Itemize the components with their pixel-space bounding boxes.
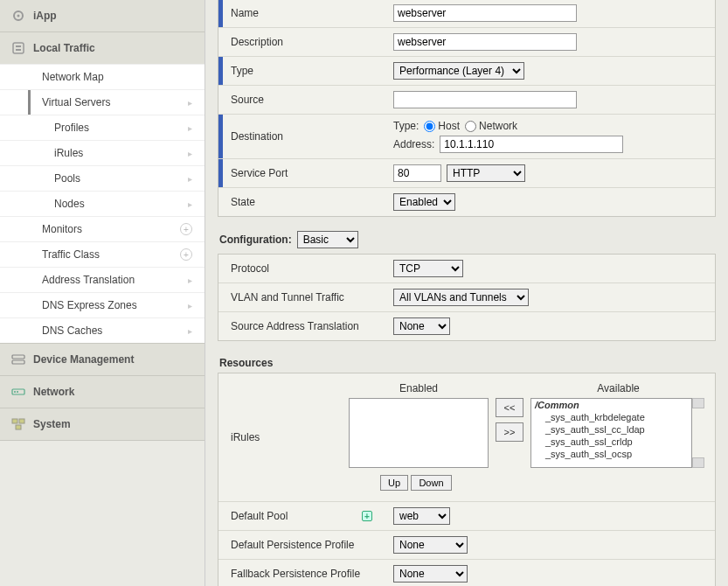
name-input[interactable] [393, 4, 577, 22]
available-header: Available [597, 382, 639, 396]
dest-host-radio[interactable]: Host [424, 120, 460, 132]
description-label: Description [218, 28, 385, 56]
dest-address-input[interactable] [440, 136, 623, 153]
svg-point-9 [17, 391, 18, 393]
svg-rect-3 [16, 45, 21, 47]
sidebar-item-monitors[interactable]: Monitors + [0, 216, 205, 241]
svg-rect-12 [16, 425, 21, 429]
service-port-label: Service Port [218, 159, 385, 187]
nav-label: Network [33, 386, 74, 398]
active-indicator [28, 90, 31, 115]
plus-icon[interactable]: + [180, 223, 192, 235]
nav-label: iApp [33, 10, 57, 22]
svg-rect-4 [16, 49, 21, 51]
enabled-header: Enabled [399, 382, 438, 396]
sidebar-item-irules[interactable]: iRules ▸ [0, 140, 205, 165]
dest-address-label: Address: [393, 138, 434, 150]
state-label: State [218, 188, 385, 216]
default-persistence-label: Default Persistence Profile [218, 531, 385, 559]
move-left-button[interactable]: << [496, 398, 523, 417]
chevron-right-icon: ▸ [188, 301, 192, 310]
resources-panel: iRules Enabled << >> Available [218, 373, 716, 586]
svg-rect-5 [12, 355, 24, 359]
state-select[interactable]: Enabled [393, 193, 455, 211]
chevron-right-icon: ▸ [188, 276, 192, 285]
list-item[interactable]: _sys_auth_krbdelegate [531, 411, 691, 423]
configuration-select[interactable]: Basic [297, 231, 358, 248]
chevron-right-icon: ▸ [188, 149, 192, 158]
nav-label: Device Management [33, 353, 134, 366]
move-right-button[interactable]: >> [496, 422, 523, 442]
plus-icon[interactable]: + [180, 248, 192, 261]
system-icon [10, 417, 26, 431]
destination-label: Destination [218, 115, 385, 158]
snat-select[interactable]: None [393, 317, 450, 335]
type-label: Type [218, 57, 385, 85]
gear-icon [10, 9, 26, 23]
nav-section-device-management[interactable]: Device Management [0, 344, 205, 375]
nav-label: Local Traffic [33, 42, 95, 54]
snat-label: Source Address Translation [218, 312, 385, 340]
svg-rect-10 [12, 419, 17, 423]
sidebar-item-dns-caches[interactable]: DNS Caches ▸ [0, 317, 205, 343]
traffic-icon [10, 41, 26, 55]
chevron-right-icon: ▸ [188, 98, 192, 108]
chevron-right-icon: ▸ [188, 326, 192, 336]
sidebar-item-traffic-class[interactable]: Traffic Class + [0, 241, 205, 267]
sidebar-item-virtual-servers[interactable]: Virtual Servers ▸ [0, 89, 205, 115]
source-input[interactable] [393, 91, 577, 108]
vlan-select[interactable]: All VLANs and Tunnels [393, 289, 529, 306]
default-persistence-select[interactable]: None [393, 536, 468, 554]
service-port-input[interactable] [393, 164, 441, 182]
chevron-right-icon: ▸ [188, 123, 192, 133]
nav-section-iapp[interactable]: iApp [0, 0, 205, 31]
nav-section-system[interactable]: System [0, 408, 205, 440]
list-item[interactable]: _sys_auth_ssl_ocsp [531, 448, 691, 460]
resources-header: Resources [218, 350, 716, 373]
service-port-proto-select[interactable]: HTTP [447, 164, 525, 182]
nav-section-network[interactable]: Network [0, 376, 205, 408]
dest-network-radio[interactable]: Network [465, 120, 517, 132]
list-item[interactable]: _sys_auth_ssl_crldp [531, 436, 691, 448]
general-properties-panel: Name Description Type Performance (Layer… [218, 0, 716, 217]
down-button[interactable]: Down [411, 475, 451, 491]
up-button[interactable]: Up [380, 475, 408, 491]
source-label: Source [218, 86, 385, 114]
svg-rect-6 [12, 360, 24, 364]
nav-section-local-traffic[interactable]: Local Traffic [0, 32, 205, 64]
main-content: Name Description Type Performance (Layer… [205, 0, 728, 586]
configuration-bar: Configuration: Basic [218, 226, 716, 254]
device-icon [10, 352, 26, 366]
sidebar-item-pools[interactable]: Pools ▸ [0, 165, 205, 191]
list-item[interactable]: _sys_auth_ssl_cc_ldap [531, 423, 691, 436]
dest-type-label: Type: [393, 120, 419, 132]
sidebar-item-dns-express-zones[interactable]: DNS Express Zones ▸ [0, 292, 205, 317]
fallback-persistence-label: Fallback Persistence Profile [218, 560, 385, 586]
sidebar-item-address-translation[interactable]: Address Translation ▸ [0, 267, 205, 292]
scrollbar[interactable] [692, 398, 706, 468]
svg-point-1 [17, 15, 20, 17]
sidebar-item-nodes[interactable]: Nodes ▸ [0, 191, 205, 216]
protocol-label: Protocol [218, 255, 385, 283]
chevron-right-icon: ▸ [188, 174, 192, 184]
network-icon [10, 385, 26, 399]
svg-point-8 [14, 391, 16, 393]
irules-enabled-list[interactable] [349, 398, 489, 468]
add-pool-icon[interactable]: + [362, 511, 372, 521]
default-pool-label: Default Pool + [218, 502, 385, 530]
irules-available-list[interactable]: /Common _sys_auth_krbdelegate _sys_auth_… [530, 398, 692, 468]
description-input[interactable] [393, 33, 577, 51]
sidebar: iApp Local Traffic Network Map Virtual S… [0, 0, 205, 586]
irules-label: iRules [218, 373, 340, 501]
type-select[interactable]: Performance (Layer 4) [393, 62, 524, 80]
protocol-select[interactable]: TCP [393, 260, 463, 277]
chevron-right-icon: ▸ [188, 199, 192, 209]
sidebar-item-network-map[interactable]: Network Map [0, 64, 205, 89]
default-pool-select[interactable]: web [393, 507, 450, 525]
fallback-persistence-select[interactable]: None [393, 565, 468, 583]
vlan-label: VLAN and Tunnel Traffic [218, 283, 385, 311]
svg-rect-11 [19, 419, 24, 423]
sidebar-item-profiles[interactable]: Profiles ▸ [0, 115, 205, 140]
configuration-panel: Protocol TCP VLAN and Tunnel Traffic All… [218, 254, 716, 341]
nav-label: System [33, 418, 71, 430]
